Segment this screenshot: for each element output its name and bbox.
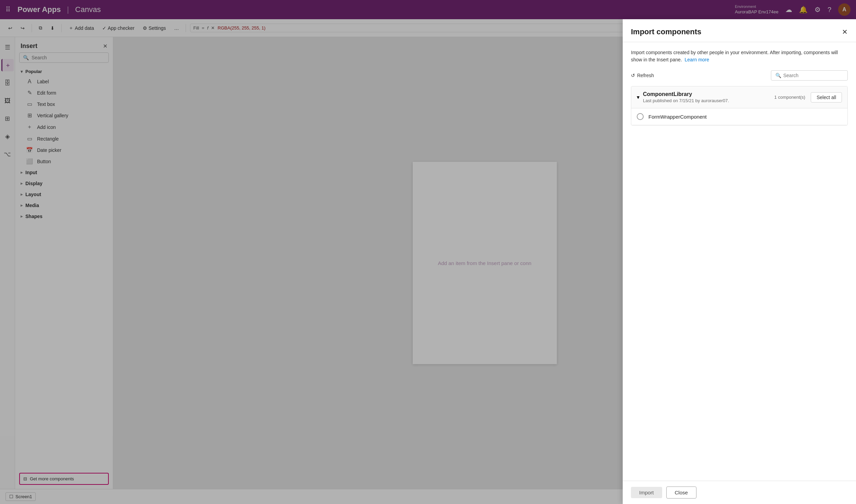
modal-title: Import components [631, 27, 701, 36]
modal-header: Import components ✕ [623, 19, 856, 42]
modal-search-bar[interactable]: 🔍 [771, 70, 848, 81]
learn-more-link[interactable]: Learn more [684, 57, 709, 62]
library-chevron-icon[interactable] [637, 94, 640, 100]
close-button[interactable]: Close [666, 487, 696, 499]
select-all-button[interactable]: Select all [811, 92, 842, 103]
modal-body: Import components created by other peopl… [623, 42, 856, 481]
library-info: ComponentLibrary Last published on 7/15/… [643, 91, 729, 103]
modal-footer: Import Close [623, 481, 856, 504]
library-item-formwrapper: FormWrapperComponent [631, 108, 847, 125]
modal-description: Import components created by other peopl… [631, 49, 848, 63]
library-header-right: 1 component(s) Select all [774, 92, 842, 103]
library-section: ComponentLibrary Last published on 7/15/… [631, 86, 848, 125]
modal-search-icon: 🔍 [775, 73, 781, 78]
modal-close-button[interactable]: ✕ [842, 28, 848, 36]
refresh-button[interactable]: ↺ Refresh [631, 73, 654, 78]
modal-actions-top: ↺ Refresh 🔍 [631, 70, 848, 81]
import-components-panel: Import components ✕ Import components cr… [623, 19, 856, 504]
formwrapper-name: FormWrapperComponent [648, 114, 707, 120]
refresh-label: Refresh [637, 73, 654, 78]
modal-overlay: Import components ✕ Import components cr… [0, 0, 856, 504]
formwrapper-radio[interactable] [637, 113, 644, 120]
refresh-icon: ↺ [631, 73, 635, 78]
library-header-left: ComponentLibrary Last published on 7/15/… [637, 91, 729, 103]
import-button[interactable]: Import [631, 487, 662, 498]
library-count: 1 component(s) [774, 95, 805, 100]
library-name: ComponentLibrary [643, 91, 729, 97]
modal-search-input[interactable] [783, 73, 843, 78]
library-meta: Last published on 7/15/21 by aurorauser0… [643, 98, 729, 103]
modal-description-text: Import components created by other peopl… [631, 50, 838, 62]
library-header: ComponentLibrary Last published on 7/15/… [631, 86, 847, 108]
